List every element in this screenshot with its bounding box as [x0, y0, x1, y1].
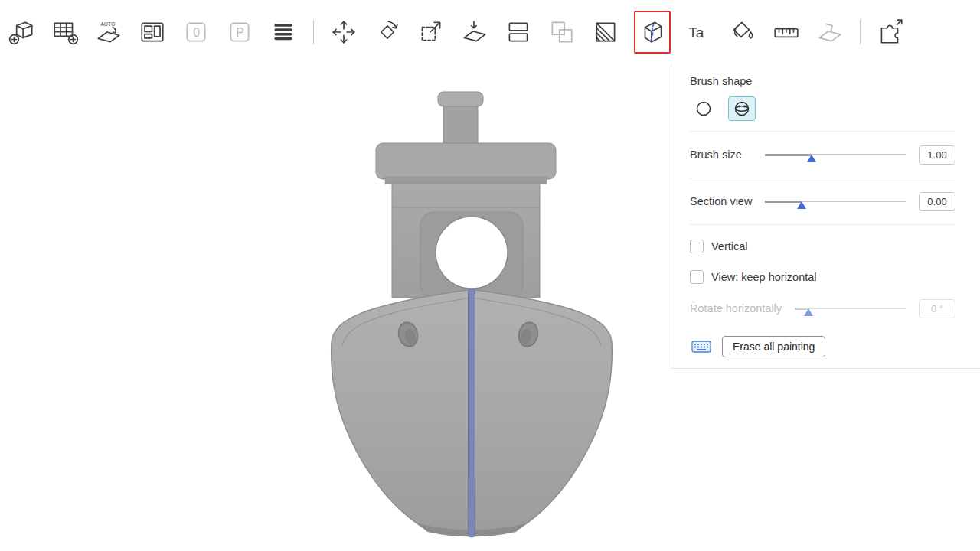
vertical-checkbox[interactable] [690, 240, 704, 253]
brush-size-slider-thumb[interactable] [807, 155, 816, 162]
svg-text:0: 0 [193, 26, 200, 39]
brush-shape-circle-option[interactable] [690, 96, 717, 121]
add-object-button[interactable] [6, 15, 37, 50]
benchy-funnel [438, 92, 483, 145]
number-badge-0-button: 0 [181, 15, 211, 50]
section-view-slider[interactable] [765, 194, 906, 209]
zero-badge-icon: 0 [181, 18, 211, 47]
lay-on-face-button[interactable] [459, 15, 490, 50]
svg-text:AUTO: AUTO [100, 21, 115, 27]
text-tool-icon: Ta [684, 18, 714, 47]
cut-button[interactable] [503, 15, 534, 50]
rotate-horizontally-value: 0 ° [919, 299, 956, 318]
benchy-roof [376, 143, 556, 184]
keyboard-icon [691, 339, 711, 354]
assemble-button[interactable] [875, 15, 906, 50]
arrange-button[interactable] [137, 15, 168, 50]
rotate-horizontally-slider-thumb [804, 308, 813, 316]
ruler-icon [772, 18, 801, 47]
circle-brush-icon [695, 100, 712, 117]
brush-size-label: Brush size [690, 148, 742, 161]
assembly-icon [815, 18, 844, 47]
benchy-hull [332, 289, 612, 537]
keep-horizontal-checkbox[interactable] [690, 270, 704, 284]
brush-shape-options [690, 96, 956, 121]
cut-split-icon [504, 18, 533, 47]
slider-fill [765, 154, 812, 156]
toolbar-separator [860, 20, 861, 44]
svg-text:Ta: Ta [688, 24, 704, 41]
svg-text:P: P [236, 26, 244, 39]
brush-shape-label: Brush shape [690, 75, 956, 87]
section-view-label: Section view [690, 195, 752, 207]
erase-all-painting-button[interactable]: Erase all painting [722, 336, 825, 357]
brush-size-row: Brush size 1.00 [690, 142, 956, 168]
arrange-icon [138, 18, 167, 47]
auto-orient-button[interactable]: AUTO [93, 15, 124, 50]
rotate-icon [373, 18, 402, 47]
add-cube-icon [7, 18, 36, 47]
seam-painting-panel: Brush shape Brush size 1.00 Secti [671, 64, 980, 369]
painted-seam-stripe [469, 289, 475, 537]
auto-orient-icon: AUTO [94, 18, 123, 47]
text-tool-button[interactable]: Ta [684, 15, 714, 50]
scale-button[interactable] [416, 15, 446, 50]
mesh-boolean-button [547, 15, 577, 50]
toolbar-separator [313, 20, 314, 44]
panel-divider [690, 178, 956, 178]
rotate-button[interactable] [372, 15, 403, 50]
seam-painting-button[interactable] [634, 11, 671, 54]
scale-icon [416, 18, 446, 47]
rotate-horizontally-row: Rotate horizontally 0 ° [690, 296, 956, 321]
keyboard-shortcuts-button[interactable] [690, 337, 713, 356]
section-view-value[interactable]: 0.00 [919, 192, 956, 211]
sphere-brush-icon [733, 100, 750, 117]
erase-row: Erase all painting [690, 336, 956, 357]
add-plate-button[interactable] [50, 15, 80, 50]
color-painting-button[interactable] [727, 15, 758, 50]
layers-button[interactable] [268, 15, 299, 50]
puzzle-piece-icon [876, 18, 905, 47]
plate-badge-p-button: P [224, 15, 255, 50]
lay-on-face-icon [460, 18, 489, 47]
brush-size-slider[interactable] [765, 147, 906, 162]
benchy-cabin [392, 183, 540, 298]
slider-fill [765, 201, 802, 203]
p-badge-icon: P [225, 18, 254, 47]
keep-horizontal-checkbox-label: View: keep horizontal [711, 271, 817, 283]
rotate-horizontally-slider [795, 301, 906, 316]
panel-divider [690, 224, 956, 225]
layers-icon [269, 18, 298, 47]
split-to-parts-icon [591, 18, 620, 47]
vertical-checkbox-label: Vertical [711, 240, 748, 253]
move-button[interactable] [328, 15, 359, 50]
brush-size-value[interactable]: 1.00 [919, 145, 956, 165]
main-toolbar: AUTO 0 P [0, 0, 980, 64]
mesh-boolean-icon [547, 18, 577, 47]
assembly-button [815, 15, 845, 50]
benchy-window [436, 217, 508, 289]
add-plate-grid-icon [51, 18, 80, 47]
section-view-slider-thumb[interactable] [797, 201, 806, 209]
measure-button[interactable] [771, 15, 802, 50]
keep-horizontal-checkbox-row: View: keep horizontal [690, 266, 956, 289]
section-view-row: Section view 0.00 [690, 188, 956, 214]
rotate-horizontally-label: Rotate horizontally [690, 302, 782, 315]
panel-divider [690, 131, 956, 132]
brush-shape-sphere-option[interactable] [728, 96, 756, 121]
split-to-parts-button[interactable] [590, 15, 621, 50]
seam-painting-cube-icon [638, 18, 667, 47]
vertical-checkbox-row: Vertical [690, 235, 956, 258]
paint-bucket-icon [728, 18, 757, 47]
move-icon [329, 18, 358, 47]
